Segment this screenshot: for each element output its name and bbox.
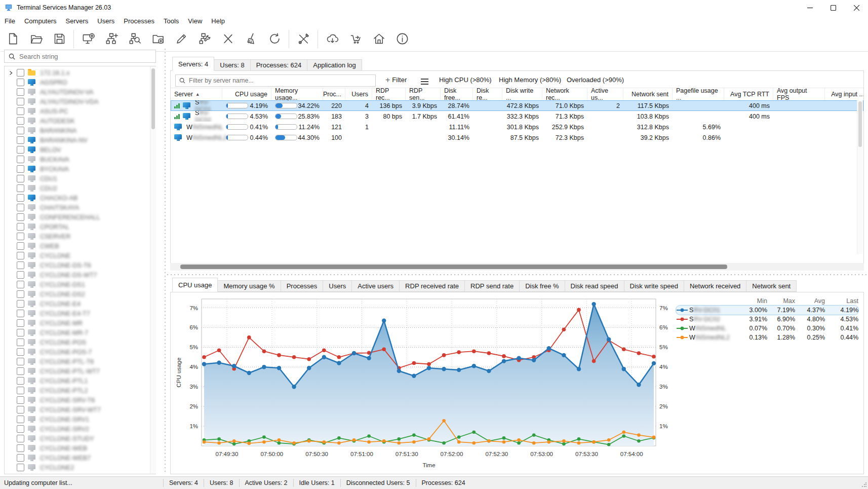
tree-item[interactable]: BYCKAVA (5, 164, 155, 174)
tree-item[interactable]: CHACKO-AB (5, 193, 155, 203)
checkbox[interactable] (17, 98, 24, 105)
tree-item[interactable]: CYCLONE-SRV-WT7 (5, 405, 155, 415)
menu-users[interactable]: Users (93, 16, 119, 26)
tree-item[interactable]: CYCLONE-PTL-WT7 (5, 366, 155, 376)
menu-file[interactable]: File (0, 16, 20, 26)
tree-item[interactable]: CWEB (5, 241, 155, 251)
filter-menu-button[interactable] (421, 77, 428, 86)
checkbox[interactable] (17, 233, 24, 240)
column-header-net_sent[interactable]: Network sent (623, 88, 673, 100)
new-file-icon[interactable] (1, 28, 24, 50)
checkbox[interactable] (17, 367, 24, 375)
tree-item[interactable]: CYCLONE-MR (5, 318, 155, 328)
table-scrollbar[interactable] (857, 100, 863, 254)
column-header-cpu[interactable]: CPU usage (222, 88, 271, 100)
server-row[interactable]: SRV-DC014.19%34.22%2204136 bps3.9 Kbps28… (171, 100, 863, 111)
column-header-out_fps[interactable]: Avg output FPS (773, 88, 825, 100)
horizontal-scrollbar[interactable] (170, 263, 864, 271)
checkbox[interactable] (17, 165, 24, 173)
chart-tab-memory-usage-[interactable]: Memory usage % (217, 280, 281, 292)
checkbox[interactable] (17, 252, 24, 259)
tree-scrollbar-thumb[interactable] (151, 68, 155, 129)
tree-item[interactable]: CYCLONE-DS-T6 (5, 260, 155, 270)
cleanup-icon[interactable] (240, 28, 263, 50)
tree-item[interactable]: CDU2 (5, 183, 155, 193)
home-icon[interactable] (367, 28, 390, 50)
checkbox[interactable] (17, 175, 24, 182)
checkbox[interactable] (17, 261, 24, 269)
chart-tab-disk-write-speed[interactable]: Disk write speed (624, 280, 684, 292)
checkbox[interactable] (17, 435, 24, 442)
checkbox[interactable] (17, 223, 24, 231)
checkbox[interactable] (17, 79, 24, 86)
checkbox[interactable] (17, 107, 24, 115)
tree-item[interactable]: CYCLONE-SRV-T6 (5, 395, 155, 405)
tab-users-8[interactable]: Users: 8 (214, 59, 250, 71)
checkbox[interactable] (17, 194, 24, 202)
tree-item[interactable]: CYCLONE-E4-T7 (5, 309, 155, 318)
close-button[interactable] (845, 0, 868, 15)
tree-item[interactable]: CHAITSKAYA (5, 203, 155, 212)
server-row[interactable]: WINSmedNL20.44%44.30%10030.14%87.5 Kbps7… (171, 132, 863, 143)
chart-tab-cpu-usage[interactable]: CPU usage (172, 278, 218, 292)
edit-icon[interactable] (170, 28, 193, 50)
checkbox[interactable] (17, 348, 24, 356)
checkbox[interactable] (17, 146, 24, 154)
tree-item[interactable]: CYCLONE-E4 (5, 299, 155, 309)
checkbox[interactable] (17, 358, 24, 365)
menu-help[interactable]: Help (207, 16, 229, 26)
add-computer-icon[interactable] (76, 28, 100, 50)
refresh-icon[interactable] (263, 28, 286, 50)
table-scrollbar-thumb[interactable] (858, 101, 862, 147)
high-memory-filter[interactable]: High Memory (>80%) (499, 76, 561, 84)
vertical-splitter[interactable] (165, 49, 166, 474)
tree-item[interactable]: CYCLONE-PTL2 (5, 386, 155, 395)
tree-item[interactable]: CYCLONE (5, 251, 155, 260)
checkbox[interactable] (17, 444, 24, 452)
configure-server-icon[interactable] (193, 28, 216, 50)
checkbox[interactable] (17, 300, 24, 308)
tree-item[interactable]: CPORTAL (5, 222, 155, 232)
column-header-rdp_sen[interactable]: RDP sen... (406, 88, 441, 100)
chart-tab-network-sent[interactable]: Network sent (746, 280, 797, 292)
tree-item[interactable]: CYCLONE-PTL-T6 (5, 357, 155, 366)
legend-row[interactable]: WINSmedNL0.07%0.70%0.30%0.41% (676, 324, 858, 333)
tree-item[interactable]: ALYAUTDINOV-VDA (5, 97, 155, 106)
chart-tab-processes[interactable]: Processes (281, 280, 324, 292)
delete-icon[interactable] (216, 28, 240, 50)
menu-view[interactable]: View (183, 16, 207, 26)
checkbox[interactable] (17, 416, 24, 423)
expander-icon[interactable] (5, 70, 17, 76)
open-folder-icon[interactable] (24, 28, 48, 50)
server-filter-box[interactable] (175, 74, 376, 87)
checkbox[interactable] (17, 69, 24, 77)
tree-item[interactable]: CYCLONE-DS-WT7 (5, 270, 155, 280)
tree-item[interactable]: CYCLONE-MR-7 (5, 328, 155, 337)
tree-item[interactable]: CYCLONE-POS (5, 337, 155, 347)
column-header-in_fps[interactable]: Avg input ... (825, 88, 863, 100)
tab-processes-624[interactable]: Processes: 624 (250, 59, 308, 71)
chart-tab-disk-read-speed[interactable]: Disk read speed (565, 280, 624, 292)
legend-row[interactable]: SRV-DC013.00%7.19%4.37%4.19% (676, 306, 858, 315)
checkbox[interactable] (17, 329, 24, 336)
tree-item[interactable]: CDU1 (5, 174, 155, 183)
checkbox[interactable] (17, 387, 24, 394)
tree-item[interactable]: CYCLONE-STUDY (5, 434, 155, 443)
overloaded-filter[interactable]: Overloaded (>90%) (567, 76, 624, 84)
checkbox[interactable] (17, 136, 24, 144)
chart-tab-network-received[interactable]: Network received (684, 280, 746, 292)
column-header-users[interactable]: Users (345, 88, 372, 100)
checkbox[interactable] (17, 425, 24, 433)
checkbox[interactable] (17, 213, 24, 221)
chart-tab-users[interactable]: Users (323, 280, 352, 292)
tree-item[interactable]: CSERVER (5, 232, 155, 241)
tree-item[interactable]: ASUS-PC (5, 106, 155, 116)
tab-servers-4[interactable]: Servers: 4 (172, 57, 214, 71)
horizontal-splitter[interactable] (167, 274, 867, 275)
save-icon[interactable] (48, 28, 71, 50)
column-header-server[interactable]: Server ▲ (171, 88, 222, 100)
column-header-disk_free[interactable]: Disk free... (441, 88, 473, 100)
checkbox[interactable] (17, 310, 24, 317)
menu-servers[interactable]: Servers (61, 16, 93, 26)
checkbox[interactable] (17, 396, 24, 404)
